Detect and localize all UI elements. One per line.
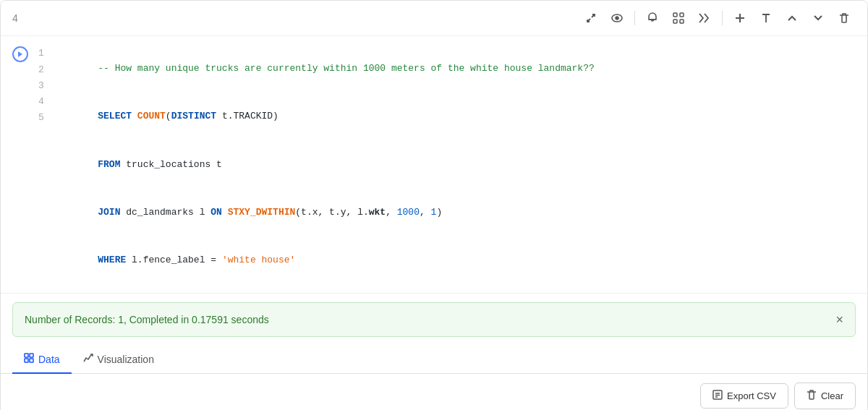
kw-wkt: wkt xyxy=(369,207,386,218)
code-editor: 1 2 3 4 5 -- How many unique trucks are … xyxy=(1,36,867,294)
table-name: truck_locations t xyxy=(126,159,222,170)
svg-rect-17 xyxy=(30,359,33,362)
num-1000: 1000 xyxy=(397,207,420,218)
svg-rect-14 xyxy=(25,354,28,357)
kw-distinct: DISTINCT xyxy=(171,111,222,121)
tab-data-label: Data xyxy=(38,354,60,365)
bell-btn[interactable] xyxy=(641,7,664,30)
toolbar: 4 xyxy=(1,1,867,36)
expand-btn[interactable] xyxy=(579,7,603,30)
code-line-4: JOIN dc_landmarks l ON STXY_DWITHIN(t.x,… xyxy=(53,189,856,236)
divider-1 xyxy=(634,11,635,25)
tab-visualization[interactable]: Visualization xyxy=(72,346,166,374)
tab-data[interactable]: Data xyxy=(12,346,72,374)
status-banner: Number of Records: 1, Completed in 0.175… xyxy=(12,302,856,337)
fn-count: COUNT xyxy=(137,111,166,121)
paren-open: ( xyxy=(166,111,171,121)
svg-marker-13 xyxy=(18,51,22,57)
paren-close: ) xyxy=(436,207,442,218)
kw-join: JOIN xyxy=(98,207,126,218)
svg-rect-8 xyxy=(680,20,684,23)
fn-stxy: STXY_DWITHIN xyxy=(228,207,296,218)
cell-number: 4 xyxy=(12,12,18,24)
schema-btn[interactable] xyxy=(667,7,690,30)
status-message: Number of Records: 1, Completed in 0.175… xyxy=(25,314,269,325)
add-btn[interactable] xyxy=(728,7,752,30)
kw-select: SELECT xyxy=(98,111,137,121)
main-container: 4 xyxy=(0,0,868,410)
comment: -- How many unique trucks are currently … xyxy=(98,63,595,74)
run-all-btn[interactable] xyxy=(693,7,716,30)
code-line-5: WHERE l.fence_label = 'white house' xyxy=(53,236,856,284)
code-line-1: -- How many unique trucks are currently … xyxy=(53,45,856,93)
fn-args2: , xyxy=(386,207,397,218)
join-table: dc_landmarks l xyxy=(126,207,210,218)
kw-from: FROM xyxy=(98,159,126,170)
line-num-2: 2 xyxy=(17,62,44,78)
line-numbers: 1 2 3 4 5 xyxy=(1,45,53,284)
comma: , xyxy=(420,207,431,218)
line-num-3: 3 xyxy=(17,78,44,94)
move-up-btn[interactable] xyxy=(780,7,804,30)
export-csv-icon xyxy=(712,390,723,402)
export-csv-label: Export CSV xyxy=(727,390,776,401)
clear-button[interactable]: Clear xyxy=(794,383,856,409)
code-content: -- How many unique trucks are currently … xyxy=(53,45,867,284)
divider-2 xyxy=(722,11,723,25)
svg-rect-6 xyxy=(680,13,684,17)
status-close-btn[interactable]: × xyxy=(835,313,843,326)
clear-icon xyxy=(807,389,817,403)
col-trackid: t.TRACKID) xyxy=(222,111,278,121)
run-button[interactable] xyxy=(12,46,28,62)
kw-on: ON xyxy=(210,207,227,218)
tab-visualization-label: Visualization xyxy=(98,354,154,365)
line-num-5: 5 xyxy=(17,110,44,126)
line-num-1: 1 xyxy=(38,46,44,61)
code-line-3: FROM truck_locations t xyxy=(53,141,856,189)
svg-rect-7 xyxy=(673,20,677,23)
action-row: Export CSV Clear xyxy=(1,374,867,410)
tabs-row: Data Visualization xyxy=(1,346,867,374)
eye-btn[interactable] xyxy=(605,7,629,30)
viz-tab-icon xyxy=(83,353,93,365)
data-tab-icon xyxy=(24,353,34,365)
svg-rect-15 xyxy=(30,354,33,357)
toolbar-buttons xyxy=(579,7,856,30)
svg-point-3 xyxy=(616,17,618,20)
line-num-4: 4 xyxy=(17,94,44,110)
where-col: l.fence_label = xyxy=(132,255,222,265)
svg-rect-16 xyxy=(25,359,28,362)
string-val: 'white house' xyxy=(222,255,295,265)
delete-btn[interactable] xyxy=(833,7,856,30)
clear-label: Clear xyxy=(821,390,843,401)
svg-rect-5 xyxy=(673,13,677,17)
kw-where: WHERE xyxy=(98,255,132,265)
move-down-btn[interactable] xyxy=(807,7,830,30)
code-line-2: SELECT COUNT(DISTINCT t.TRACKID) xyxy=(53,93,856,140)
fn-args: (t.x, t.y, l. xyxy=(295,207,368,218)
text-btn[interactable] xyxy=(754,7,778,30)
export-csv-button[interactable]: Export CSV xyxy=(700,383,788,409)
